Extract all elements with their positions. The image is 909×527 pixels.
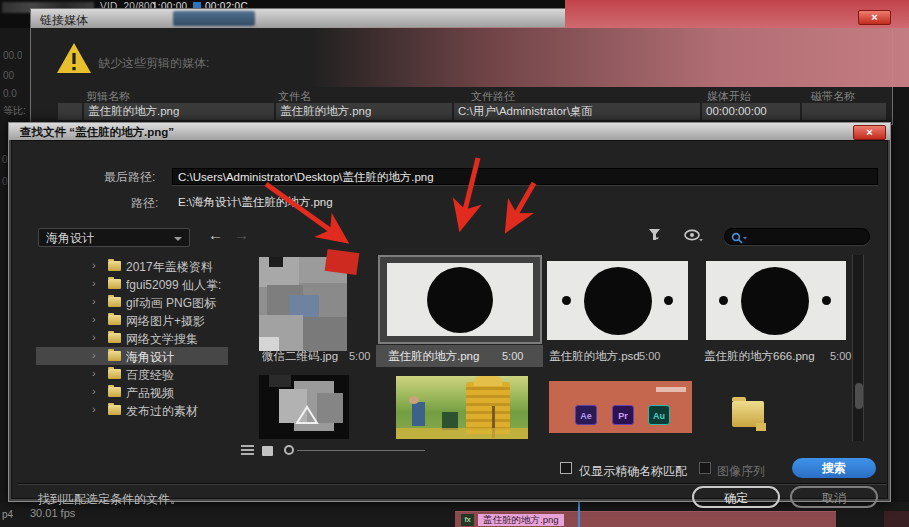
search-button[interactable]: 搜索 bbox=[792, 458, 876, 478]
chevron-down-icon bbox=[174, 237, 182, 241]
chevron-right-icon: › bbox=[92, 331, 96, 343]
col-media-start: 媒体开始 bbox=[707, 89, 751, 104]
black-circle bbox=[741, 267, 809, 335]
file-name[interactable]: 盖住脏的地方666.png bbox=[704, 349, 815, 364]
divider bbox=[18, 483, 887, 485]
tree-item-label: 百度经验 bbox=[126, 367, 174, 384]
thumbnail-view-icon[interactable] bbox=[262, 446, 273, 456]
red-mosaic-patch bbox=[325, 249, 360, 275]
file-name[interactable]: 微信二维码.jpg bbox=[262, 349, 338, 364]
file-fragment: p4 bbox=[2, 509, 13, 520]
file-thumbnail-photo[interactable] bbox=[396, 376, 528, 439]
col-file-path: 文件路径 bbox=[471, 89, 515, 104]
filter-icon[interactable] bbox=[648, 228, 664, 244]
tree-item-selected[interactable]: ›海角设计 bbox=[36, 347, 228, 365]
left-fragment: 0.0 bbox=[3, 88, 17, 99]
file-list-scrollbar[interactable] bbox=[852, 255, 864, 441]
tree-item-label: 网络图片+摄影 bbox=[126, 313, 205, 330]
cancel-button[interactable]: 取消 bbox=[790, 486, 878, 508]
file-name[interactable]: 盖住脏的地方.psd bbox=[549, 349, 640, 364]
black-dot bbox=[822, 296, 831, 305]
cell-clip-name: 盖住脏的地方.png bbox=[84, 103, 274, 120]
file-duration: 5:00 bbox=[639, 350, 660, 362]
black-circle bbox=[584, 267, 652, 335]
chevron-right-icon: › bbox=[92, 403, 96, 415]
file-duration: 5:00 bbox=[349, 350, 370, 362]
folder-icon bbox=[108, 369, 121, 379]
pr-app-icon: Pr bbox=[612, 405, 634, 425]
image-sequence-label: 图像序列 bbox=[717, 463, 765, 480]
clip-edge bbox=[884, 511, 909, 527]
left-fragment: 00.0 bbox=[3, 50, 22, 61]
fps-label: 30.01 fps bbox=[30, 507, 75, 519]
black-circle bbox=[427, 267, 493, 333]
scrollbar-thumb[interactable] bbox=[855, 383, 863, 409]
find-file-close-button[interactable]: × bbox=[853, 125, 886, 140]
file-thumbnail-folder[interactable] bbox=[732, 401, 764, 427]
tree-item[interactable]: ›fgui52099 仙人掌: bbox=[36, 275, 222, 293]
premiere-screen: VID_20/800... 1:00:00 00:02:0C 00.0 00 0… bbox=[0, 0, 909, 527]
chevron-right-icon: › bbox=[92, 295, 96, 307]
left-fragment: 等比: bbox=[3, 104, 26, 118]
find-file-body: 最后路径: C:\Users\Administrator\Desktop\盖住脏… bbox=[11, 140, 888, 499]
folder-icon bbox=[108, 333, 121, 343]
chevron-right-icon: › bbox=[92, 313, 96, 325]
col-tape-name: 磁带名称 bbox=[811, 89, 855, 104]
find-file-dialog: 查找文件 “盖住脏的地方.png” × 最后路径: C:\Users\Admin… bbox=[8, 122, 891, 502]
folder-icon bbox=[108, 297, 121, 307]
list-view-icon[interactable] bbox=[241, 445, 254, 456]
zoom-slider-knob[interactable] bbox=[284, 445, 294, 455]
search-input[interactable] bbox=[724, 228, 870, 245]
tree-item[interactable]: ›发布过的素材 bbox=[36, 401, 222, 419]
tree-item[interactable]: ›百度经验 bbox=[36, 365, 222, 383]
forward-arrow-button[interactable]: → bbox=[234, 226, 249, 243]
eye-icon[interactable] bbox=[684, 229, 704, 243]
timeline-clip[interactable]: fx 盖住脏的地方.png bbox=[455, 511, 836, 527]
chevron-right-icon: › bbox=[92, 367, 96, 379]
image-sequence-checkbox[interactable] bbox=[699, 462, 711, 474]
tree-item[interactable]: ›网络文学搜集 bbox=[36, 329, 222, 347]
file-thumbnail[interactable] bbox=[547, 261, 688, 340]
file-thumbnail-selected-frame[interactable] bbox=[378, 255, 542, 344]
col-clip-name: 剪辑名称 bbox=[86, 89, 130, 104]
chevron-right-icon: › bbox=[92, 277, 96, 289]
exact-match-checkbox[interactable] bbox=[560, 462, 572, 474]
chevron-right-icon: › bbox=[92, 259, 96, 271]
folder-icon bbox=[108, 261, 121, 271]
tree-item-label: 网络文学搜集 bbox=[126, 331, 198, 348]
tree-item-label: 发布过的素材 bbox=[126, 403, 198, 420]
path-value: E:\海角设计\盖住脏的地方.png bbox=[178, 195, 333, 210]
folder-dropdown-value: 海角设计 bbox=[46, 231, 94, 245]
file-duration: 5:00 bbox=[502, 350, 523, 362]
folder-dropdown[interactable]: 海角设计 bbox=[38, 228, 190, 247]
folder-icon bbox=[108, 279, 121, 289]
playhead[interactable] bbox=[578, 500, 580, 527]
link-media-close-button[interactable]: × bbox=[858, 10, 891, 25]
warning-icon bbox=[55, 41, 93, 75]
row-select-cell bbox=[58, 103, 82, 120]
last-path-input[interactable]: C:\Users\Administrator\Desktop\盖住脏的地方.pn… bbox=[172, 168, 878, 185]
tree-item-label: 产品视频 bbox=[126, 385, 174, 402]
table-row[interactable]: 盖住脏的地方.png 盖住脏的地方.png C:\用户\Administrato… bbox=[58, 103, 886, 120]
tree-item-label: gif动画 PNG图标 bbox=[126, 295, 216, 312]
left-fragment: 00 bbox=[3, 70, 14, 81]
tree-item-label: 海角设计 bbox=[126, 349, 174, 366]
black-dot bbox=[562, 296, 571, 305]
tree-item[interactable]: ›产品视频 bbox=[36, 383, 222, 401]
link-media-title: 链接媒体 bbox=[40, 12, 88, 29]
zoom-slider-track[interactable] bbox=[297, 450, 425, 451]
find-file-titlebar[interactable]: 查找文件 “盖住脏的地方.png” bbox=[9, 123, 890, 140]
chevron-right-icon: › bbox=[92, 349, 96, 361]
file-thumbnail[interactable] bbox=[706, 261, 846, 340]
tree-item[interactable]: ›网络图片+摄影 bbox=[36, 311, 222, 329]
tree-item[interactable]: ›2017年盖楼资料 bbox=[36, 257, 222, 275]
black-dot bbox=[664, 296, 673, 305]
chevron-right-icon: › bbox=[92, 385, 96, 397]
file-thumbnail-banner[interactable]: Ae Pr Au bbox=[549, 381, 692, 433]
tree-item[interactable]: ›gif动画 PNG图标 bbox=[36, 293, 222, 311]
back-arrow-button[interactable]: ← bbox=[208, 226, 223, 243]
ok-button[interactable]: 确定 bbox=[692, 486, 780, 508]
folder-icon bbox=[108, 387, 121, 397]
file-name-selected[interactable]: 盖住脏的地方.png bbox=[388, 349, 479, 364]
file-thumbnail-mosaic2[interactable] bbox=[259, 375, 349, 439]
